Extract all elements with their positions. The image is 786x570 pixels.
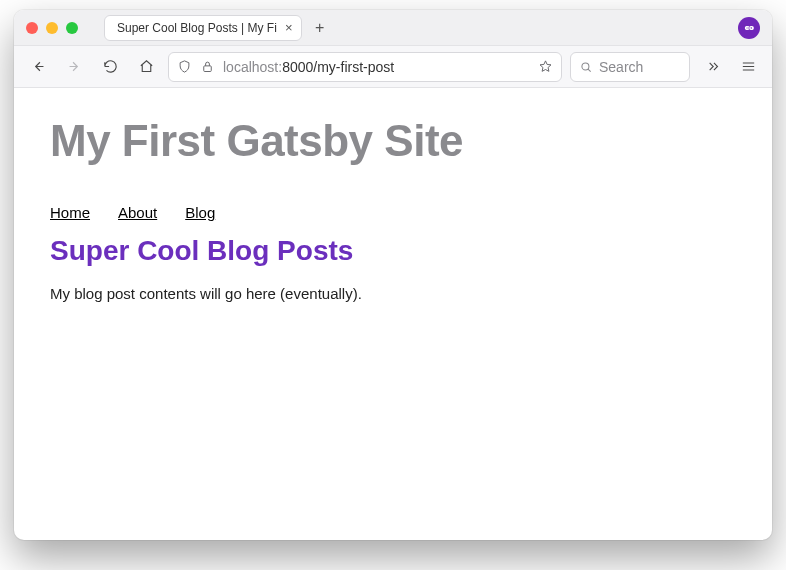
gatsby-extension-icon[interactable] bbox=[738, 17, 760, 39]
site-title: My First Gatsby Site bbox=[50, 116, 736, 166]
post-body: My blog post contents will go here (even… bbox=[50, 285, 736, 302]
home-icon bbox=[138, 58, 155, 75]
svg-point-3 bbox=[582, 62, 589, 69]
nav-link-home[interactable]: Home bbox=[50, 204, 90, 221]
plus-icon: + bbox=[315, 19, 324, 37]
address-bar[interactable]: localhost:8000/my-first-post bbox=[168, 52, 562, 82]
nav-links: Home About Blog bbox=[50, 204, 736, 221]
search-placeholder: Search bbox=[599, 59, 643, 75]
svg-rect-2 bbox=[204, 66, 212, 72]
svg-point-0 bbox=[745, 26, 748, 29]
hamburger-menu-button[interactable] bbox=[734, 53, 762, 81]
infinity-icon bbox=[742, 21, 756, 35]
forward-button[interactable] bbox=[60, 53, 88, 81]
tab-strip: Super Cool Blog Posts | My First Gat × + bbox=[104, 15, 730, 41]
nav-link-blog[interactable]: Blog bbox=[185, 204, 215, 221]
reload-icon bbox=[102, 58, 119, 75]
menu-icon bbox=[740, 58, 757, 75]
url-host: localhost: bbox=[223, 59, 282, 75]
arrow-right-icon bbox=[66, 58, 83, 75]
minimize-window-button[interactable] bbox=[46, 22, 58, 34]
back-button[interactable] bbox=[24, 53, 52, 81]
maximize-window-button[interactable] bbox=[66, 22, 78, 34]
window-controls bbox=[26, 22, 78, 34]
tab-title: Super Cool Blog Posts | My First Gat bbox=[117, 21, 277, 35]
close-tab-icon[interactable]: × bbox=[285, 21, 293, 34]
page-content: My First Gatsby Site Home About Blog Sup… bbox=[14, 88, 772, 540]
overflow-button[interactable] bbox=[698, 53, 726, 81]
post-title: Super Cool Blog Posts bbox=[50, 235, 736, 267]
svg-point-1 bbox=[750, 26, 753, 29]
url-text: localhost:8000/my-first-post bbox=[223, 59, 530, 75]
lock-icon[interactable] bbox=[200, 59, 215, 74]
new-tab-button[interactable]: + bbox=[308, 16, 332, 40]
browser-tab-active[interactable]: Super Cool Blog Posts | My First Gat × bbox=[104, 15, 302, 41]
chevrons-right-icon bbox=[704, 58, 721, 75]
nav-link-about[interactable]: About bbox=[118, 204, 157, 221]
toolbar: localhost:8000/my-first-post Search bbox=[14, 46, 772, 88]
bookmark-star-icon[interactable] bbox=[538, 59, 553, 74]
arrow-left-icon bbox=[30, 58, 47, 75]
close-window-button[interactable] bbox=[26, 22, 38, 34]
search-icon bbox=[579, 60, 593, 74]
reload-button[interactable] bbox=[96, 53, 124, 81]
titlebar: Super Cool Blog Posts | My First Gat × + bbox=[14, 10, 772, 46]
shield-icon[interactable] bbox=[177, 59, 192, 74]
search-box[interactable]: Search bbox=[570, 52, 690, 82]
browser-window: Super Cool Blog Posts | My First Gat × + bbox=[14, 10, 772, 540]
home-button[interactable] bbox=[132, 53, 160, 81]
url-path: 8000/my-first-post bbox=[282, 59, 394, 75]
